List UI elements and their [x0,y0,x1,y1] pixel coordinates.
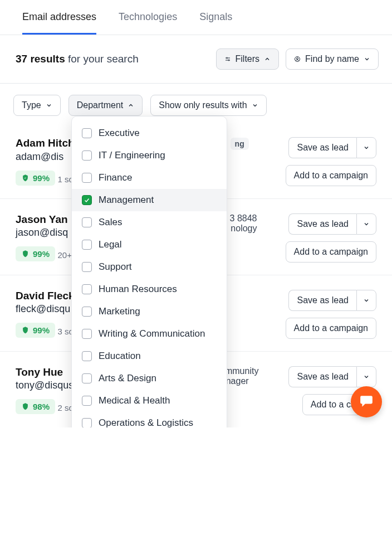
dept-option-label: Writing & Communication [99,328,205,339]
save-lead-caret[interactable] [356,213,376,235]
find-by-name-button[interactable]: Find by name [286,48,379,70]
tab-email[interactable]: Email addresses [22,11,96,35]
checkbox[interactable] [82,351,92,361]
shield-icon [21,402,30,411]
dept-option-label: Operations & Logistics [99,417,193,427]
save-lead-button[interactable]: Save as lead [288,137,356,158]
dept-option[interactable]: Finance [72,167,227,189]
verification-badge: 99% [16,323,55,338]
checkbox[interactable] [82,262,92,272]
dept-option[interactable]: IT / Engineering [72,144,227,167]
dept-option[interactable]: Operations & Logistics [72,412,227,427]
dept-option[interactable]: Marketing [72,300,227,323]
shield-icon [21,326,30,334]
results-count: 37 results for your search [16,53,139,65]
checkbox[interactable] [82,173,92,183]
add-campaign-button[interactable]: Add to a campaign [286,318,376,339]
checkbox[interactable] [82,373,92,383]
chevron-down-icon [364,56,370,62]
checkbox[interactable] [82,307,92,317]
checkbox[interactable] [82,418,92,427]
dept-option[interactable]: Writing & Communication [72,323,227,345]
dept-option[interactable]: Legal [72,234,227,256]
chevron-down-icon [363,297,370,304]
chat-fab[interactable] [351,386,382,417]
dept-option-label: Executive [99,128,140,139]
chevron-down-icon [363,221,370,227]
sliders-icon [224,56,231,62]
dept-option[interactable]: Management [72,189,227,211]
dept-option[interactable]: Sales [72,211,227,234]
shield-icon [21,250,30,258]
filters-button[interactable]: Filters [216,48,280,70]
person-tag: ng [231,138,249,150]
dept-option-label: Finance [99,172,132,183]
filter-type[interactable]: Type [13,95,61,116]
dept-option[interactable]: Human Resources [72,278,227,300]
dept-option-label: Legal [99,239,122,250]
save-lead-caret[interactable] [356,366,376,387]
tabs: Email addresses Technologies Signals [0,0,392,35]
dept-option[interactable]: Arts & Design [72,367,227,390]
results-count-number: 37 results [16,53,65,65]
verification-badge: 98% [16,399,55,414]
save-lead-caret[interactable] [356,137,376,158]
dept-option[interactable]: Medical & Health [72,390,227,412]
dept-option-label: Support [99,261,132,273]
chat-icon [359,393,374,410]
dept-option-label: Medical & Health [99,395,170,406]
find-by-name-label: Find by name [305,54,359,64]
verification-pct: 99% [33,325,50,335]
dept-option-label: Sales [99,217,122,228]
checkbox[interactable] [82,396,92,406]
checkbox[interactable] [82,240,92,250]
svg-point-2 [226,57,227,59]
save-lead-button[interactable]: Save as lead [288,213,356,235]
filter-show-only-label: Show only results with [159,100,247,110]
verification-badge: 99% [16,171,55,186]
dept-option[interactable]: Support [72,256,227,278]
chevron-up-icon [128,102,134,109]
dept-option[interactable]: Education [72,345,227,367]
dept-option-label: Marketing [99,306,140,317]
user-circle-icon [294,56,301,62]
tab-signals[interactable]: Signals [199,11,232,35]
add-campaign-button[interactable]: Add to a campaign [286,165,376,186]
save-lead-button[interactable]: Save as lead [288,366,356,387]
chevron-down-icon [46,102,52,109]
dept-option[interactable]: Executive [72,122,227,144]
chevron-down-icon [363,373,370,380]
filter-show-only[interactable]: Show only results with [150,95,266,116]
svg-point-5 [297,58,298,60]
filter-department-label: Department [77,100,124,110]
dept-option-label: Human Resources [99,284,177,295]
save-lead-caret[interactable] [356,290,376,311]
dept-partial: nology [230,224,257,234]
checkbox[interactable] [82,128,92,138]
filter-department[interactable]: Department [68,95,143,116]
chevron-down-icon [363,144,370,151]
save-lead-button[interactable]: Save as lead [288,290,356,311]
add-campaign-button[interactable]: Add to a campaign [286,241,376,263]
controls-row: 37 results for your search Filters Find … [0,35,392,84]
dept-option-label: Education [99,351,141,362]
verification-badge: 99% [16,246,55,261]
phone-partial: 3 8848 [230,213,257,224]
checkbox[interactable] [82,150,92,161]
department-dropdown: ExecutiveIT / EngineeringFinanceManageme… [71,116,227,427]
checkbox[interactable] [82,284,92,294]
dept-option-label: Arts & Design [99,373,156,384]
dept-option-label: IT / Engineering [99,150,165,161]
results-count-suffix: for your search [68,53,139,65]
verification-pct: 99% [33,173,50,183]
svg-point-3 [228,60,229,61]
checkbox[interactable] [82,195,92,205]
chevron-up-icon [264,56,271,62]
checkbox[interactable] [82,329,92,339]
chevron-down-icon [252,102,258,109]
checkbox[interactable] [82,217,92,227]
shield-icon [21,174,30,182]
tab-technologies[interactable]: Technologies [119,11,177,35]
verification-pct: 98% [33,402,50,411]
filter-type-label: Type [22,100,41,110]
